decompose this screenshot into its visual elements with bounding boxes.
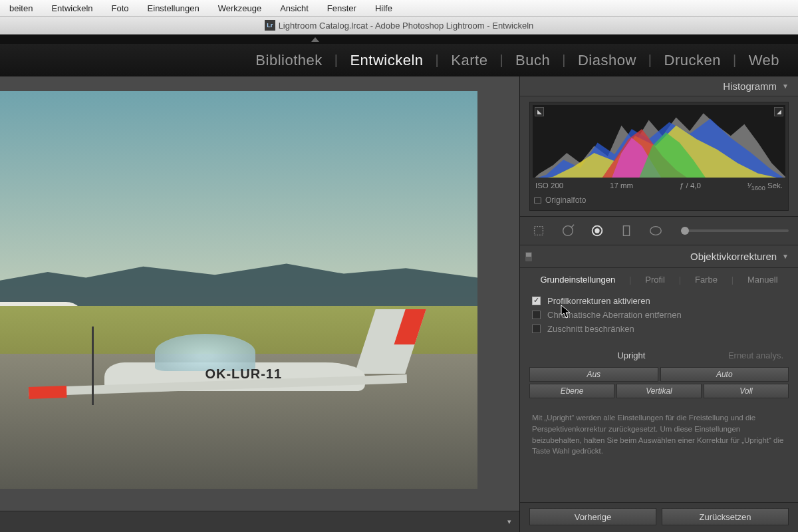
module-entwickeln[interactable]: Entwickeln: [338, 52, 435, 69]
toolbar-dropdown-icon[interactable]: ▾: [507, 517, 511, 526]
upright-label: Upright: [535, 350, 728, 360]
module-picker: Bibliothek|Entwickeln|Karte|Buch|Diashow…: [0, 44, 798, 76]
menu-item[interactable]: Foto: [102, 3, 138, 13]
gradient-tool-icon[interactable]: [617, 221, 636, 240]
svg-point-6: [650, 227, 662, 235]
original-label: Originalfoto: [545, 196, 586, 205]
tab-separator: |: [676, 273, 684, 286]
exif-row: ISO 200 17 mm ƒ / 4,0 ¹⁄1600 Sek.: [533, 178, 785, 193]
redeye-tool-icon[interactable]: [588, 221, 606, 240]
lens-tab-2[interactable]: Farbe: [692, 273, 720, 286]
photo-preview: OK-LUR-11: [0, 91, 477, 489]
menu-item[interactable]: Werkzeuge: [209, 3, 271, 13]
exif-iso: ISO 200: [535, 182, 563, 192]
chevron-down-icon: ▼: [782, 82, 789, 90]
right-panel: Histogramm ▼ ◣ ◢ IS: [519, 76, 798, 532]
stage-toolbar: ▾: [0, 511, 519, 532]
exif-focal: 17 mm: [610, 182, 633, 192]
exif-shutter: ¹⁄1600 Sek.: [747, 182, 783, 192]
radial-tool-icon[interactable]: [646, 221, 665, 240]
upright-level-button[interactable]: Ebene: [529, 384, 614, 398]
remove-ca-input[interactable]: [532, 311, 541, 319]
lens-corrections-title: Objektivkorrekturen: [690, 251, 777, 262]
module-karte[interactable]: Karte: [439, 52, 499, 69]
menu-item[interactable]: Entwickeln: [42, 3, 102, 13]
window-titlebar: Lr Lightroom Catalog.lrcat - Adobe Photo…: [0, 17, 798, 35]
menu-item[interactable]: Ansicht: [271, 3, 318, 13]
menu-item[interactable]: Einstellungen: [138, 3, 209, 13]
previous-button[interactable]: Vorherige: [529, 508, 656, 525]
lens-tab-0[interactable]: Grundeinstellungen: [537, 273, 618, 286]
remove-ca-checkbox[interactable]: Chromatische Aberration entfernen: [532, 308, 786, 322]
menu-item[interactable]: beiten: [0, 3, 42, 13]
panel-switch-icon[interactable]: [525, 252, 532, 261]
aircraft-registration: OK-LUR-11: [205, 366, 282, 382]
tab-separator: |: [729, 273, 736, 286]
histogram-title: Histogramm: [723, 80, 777, 92]
constrain-crop-checkbox[interactable]: Zuschnitt beschränken: [532, 322, 786, 336]
upright-vertical-button[interactable]: Vertikal: [616, 384, 702, 398]
exif-aperture: ƒ / 4,0: [680, 182, 701, 192]
module-diashow[interactable]: Diashow: [566, 52, 648, 69]
module-drucken[interactable]: Drucken: [652, 52, 733, 69]
histogram-graph[interactable]: ◣ ◢: [533, 105, 785, 178]
menu-item[interactable]: Fenster: [318, 3, 366, 13]
svg-rect-5: [623, 226, 629, 236]
reset-button[interactable]: Zurücksetzen: [662, 508, 789, 525]
upright-auto-button[interactable]: Auto: [660, 367, 789, 382]
app-icon: Lr: [265, 20, 275, 31]
panel-collapse-icon[interactable]: [311, 37, 319, 42]
lens-tab-3[interactable]: Manuell: [745, 273, 781, 286]
original-checkbox-icon[interactable]: [534, 198, 541, 203]
tool-strip: [520, 216, 798, 245]
tab-separator: |: [626, 273, 634, 286]
svg-rect-0: [535, 227, 543, 235]
upright-info-text: Mit „Upright“ werden alle Einstellungen …: [520, 400, 798, 464]
svg-point-1: [563, 226, 573, 236]
upright-full-button[interactable]: Voll: [704, 384, 789, 398]
reanalyze-button[interactable]: Erneut analys.: [728, 350, 783, 360]
brush-size-slider[interactable]: [681, 229, 789, 232]
lens-tab-1[interactable]: Profil: [642, 273, 668, 286]
module-web[interactable]: Web: [737, 52, 791, 69]
chevron-down-icon: ▼: [782, 253, 789, 260]
histogram-header[interactable]: Histogramm ▼: [520, 76, 798, 96]
module-bibliothek[interactable]: Bibliothek: [243, 52, 334, 69]
menu-item[interactable]: Hilfe: [366, 3, 402, 13]
window-title: Lightroom Catalog.lrcat - Adobe Photosho…: [279, 21, 534, 31]
module-buch[interactable]: Buch: [503, 52, 562, 69]
svg-point-4: [595, 229, 599, 233]
enable-profile-checkbox[interactable]: Profilkorrekturen aktivieren: [532, 294, 786, 308]
top-divider: [0, 35, 798, 44]
crop-tool-icon[interactable]: [529, 221, 548, 240]
upright-off-button[interactable]: Aus: [529, 367, 658, 382]
enable-profile-input[interactable]: [532, 297, 541, 305]
lens-corrections-header[interactable]: Objektivkorrekturen ▼: [520, 245, 798, 268]
os-menubar: beiten Entwickeln Foto Einstellungen Wer…: [0, 0, 798, 17]
image-canvas[interactable]: OK-LUR-11: [0, 76, 519, 511]
svg-line-2: [572, 225, 575, 227]
spot-removal-tool-icon[interactable]: [559, 221, 577, 240]
lens-subtabs: Grundeinstellungen|Profil|Farbe|Manuell: [520, 268, 798, 293]
constrain-crop-input[interactable]: [532, 325, 541, 333]
